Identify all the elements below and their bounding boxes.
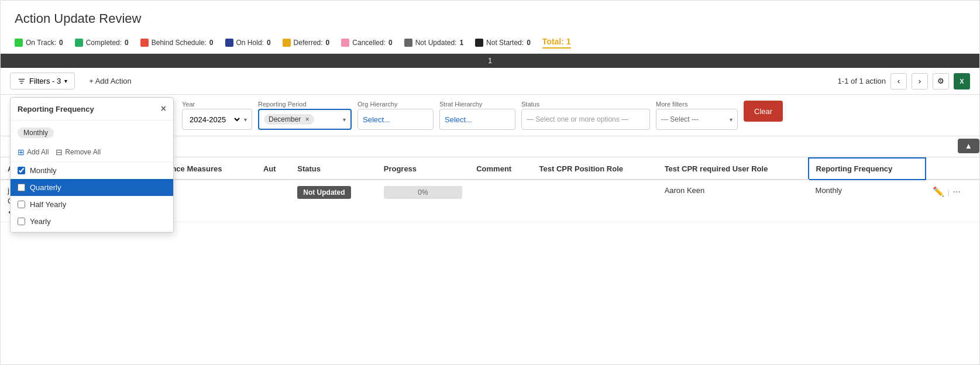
clear-btn-wrapper: Clear: [744, 101, 783, 122]
col-status: Status: [290, 158, 376, 180]
legend-completed: Completed: 0: [75, 39, 129, 47]
collapse-filters-button[interactable]: ▲: [958, 139, 979, 153]
not-updated-label: Not Updated:: [415, 39, 457, 47]
checkbox-monthly[interactable]: [18, 167, 25, 174]
cell-cpr-user: Aaron Keen: [658, 180, 809, 222]
edit-row-button[interactable]: ✏️: [933, 187, 944, 197]
completed-value: 0: [125, 39, 129, 47]
on-track-label: On Track:: [26, 39, 56, 47]
status-filter-label: Status: [521, 101, 650, 108]
tune-icon: ⚙: [937, 77, 944, 85]
status-badge: Not Updated: [297, 186, 350, 199]
pagination-info: 1-1 of 1 action: [838, 77, 886, 85]
org-hierarchy-label: Org Hierarchy: [357, 101, 434, 108]
on-hold-dot: [225, 39, 233, 47]
clear-button[interactable]: Clear: [744, 101, 783, 122]
cell-progress: 0%: [377, 180, 470, 222]
checkbox-yearly[interactable]: [18, 218, 25, 225]
toolbar-right: 1-1 of 1 action ‹ › ⚙ X: [838, 73, 970, 89]
org-hierarchy-control[interactable]: Select...: [357, 109, 434, 130]
total-label: Total: 1: [542, 37, 571, 49]
progress-bar-value: 1: [488, 57, 492, 65]
col-cpr-user: Test CPR required User Role: [658, 158, 809, 180]
cell-reporting-frequency: Monthly: [809, 180, 926, 222]
cancelled-value: 0: [388, 39, 393, 47]
reporting-frequency-popup: Reporting Frequency × Monthly ⊞ Add All …: [10, 97, 174, 233]
chevron-right-icon: ›: [919, 77, 921, 85]
add-all-button[interactable]: ⊞ Add All: [18, 147, 49, 157]
more-filters-group: More filters --- Select --- ▾: [656, 101, 738, 130]
col-comment: Comment: [469, 158, 532, 180]
org-hierarchy-filter-group: Org Hierarchy Select...: [357, 101, 434, 130]
chevron-down-icon: ▾: [64, 78, 67, 84]
on-track-dot: [15, 39, 23, 47]
prev-page-button[interactable]: ‹: [890, 73, 907, 89]
progress-indicator-bar: 1: [1, 54, 979, 68]
more-filters-placeholder: --- Select ---: [661, 115, 699, 123]
remove-all-button[interactable]: ⊟ Remove All: [56, 147, 101, 157]
legend-on-track: On Track: 0: [15, 39, 63, 47]
column-settings-button[interactable]: ⚙: [933, 73, 949, 89]
on-hold-label: On Hold:: [236, 39, 264, 47]
option-quarterly[interactable]: Quarterly: [11, 179, 173, 196]
reporting-period-tag: December ×: [264, 114, 314, 125]
on-track-value: 0: [59, 39, 63, 47]
status-filter-control[interactable]: — Select one or more options —: [521, 109, 650, 130]
popup-close-button[interactable]: ×: [161, 104, 166, 114]
not-started-dot: [475, 39, 483, 47]
chevron-left-icon: ‹: [898, 77, 900, 85]
not-updated-value: 1: [459, 39, 463, 47]
strat-hierarchy-control[interactable]: Select...: [439, 109, 515, 130]
not-started-value: 0: [527, 39, 531, 47]
more-row-button[interactable]: ···: [953, 187, 961, 197]
deferred-label: Deferred:: [294, 39, 323, 47]
reporting-period-label: Reporting Period: [258, 101, 352, 108]
col-cpr-position: Test CPR Position Role: [532, 158, 658, 180]
page-title: Action Update Review: [1, 1, 979, 32]
not-updated-dot: [404, 39, 412, 47]
frequency-tag-monthly: Monthly: [18, 128, 54, 138]
checkbox-quarterly[interactable]: [18, 184, 25, 191]
on-hold-value: 0: [267, 39, 271, 47]
checkbox-half-yearly[interactable]: [18, 201, 25, 208]
col-reporting-freq: Reporting Frequency: [809, 158, 926, 180]
cell-comment: [469, 180, 532, 222]
col-progress: Progress: [377, 158, 470, 180]
cell-cpr-position: [532, 180, 658, 222]
option-yearly[interactable]: Yearly: [11, 213, 173, 232]
option-monthly[interactable]: Monthly: [11, 162, 173, 179]
toolbar: Filters - 3 ▾ + Add Action 1-1 of 1 acti…: [1, 68, 979, 95]
next-page-button[interactable]: ›: [912, 73, 928, 89]
reporting-period-control[interactable]: December × ▾: [258, 109, 352, 130]
org-hierarchy-placeholder[interactable]: Select...: [363, 115, 390, 124]
legend-on-hold: On Hold: 0: [225, 39, 271, 47]
legend-behind-schedule: Behind Schedule: 0: [140, 39, 214, 47]
option-yearly-label: Yearly: [30, 217, 51, 226]
legend-cancelled: Cancelled: 0: [341, 39, 392, 47]
deferred-value: 0: [326, 39, 330, 47]
status-placeholder: — Select one or more options —: [527, 115, 628, 123]
filter-icon: [18, 77, 26, 85]
option-quarterly-label: Quarterly: [30, 183, 61, 192]
cancelled-dot: [341, 39, 349, 47]
status-filter-group: Status — Select one or more options —: [521, 101, 650, 130]
deferred-dot: [283, 39, 291, 47]
behind-value: 0: [209, 39, 214, 47]
legend-deferred: Deferred: 0: [283, 39, 330, 47]
filters-button[interactable]: Filters - 3 ▾: [10, 73, 75, 89]
behind-label: Behind Schedule:: [152, 39, 207, 47]
popup-title: Reporting Frequency: [18, 105, 94, 113]
behind-dot: [140, 39, 149, 47]
more-filters-control[interactable]: --- Select --- ▾: [656, 109, 738, 130]
reporting-period-clear-icon[interactable]: ×: [305, 115, 310, 123]
strat-hierarchy-filter-group: Strat Hierarchy Select...: [439, 101, 515, 130]
strat-hierarchy-placeholder[interactable]: Select...: [445, 115, 472, 124]
export-excel-button[interactable]: X: [954, 73, 970, 89]
option-half-yearly[interactable]: Half Yearly: [11, 196, 173, 213]
chevron-down-icon: ▾: [343, 116, 346, 123]
year-select[interactable]: 2024-2025: [187, 115, 242, 125]
progress-bar: 0%: [384, 186, 463, 199]
chevron-down-icon: ▾: [730, 116, 733, 123]
add-action-button[interactable]: + Add Action: [82, 73, 139, 89]
year-filter-control[interactable]: 2024-2025 ▾: [182, 109, 252, 130]
